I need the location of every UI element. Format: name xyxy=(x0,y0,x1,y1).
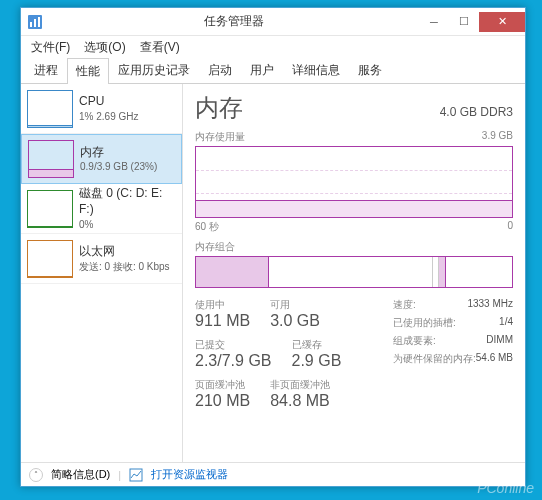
memory-usage-graph[interactable] xyxy=(195,146,513,218)
nonpaged-label: 非页面缓冲池 xyxy=(270,378,330,392)
tabbar: 进程 性能 应用历史记录 启动 用户 详细信息 服务 xyxy=(21,58,525,84)
hw-reserved-value: 54.6 MB xyxy=(476,352,513,366)
committed-label: 已提交 xyxy=(195,338,272,352)
page-title: 内存 xyxy=(195,92,243,124)
menu-view[interactable]: 查看(V) xyxy=(134,37,186,58)
memory-title: 内存 xyxy=(80,145,157,161)
slots-value: 1/4 xyxy=(499,316,513,330)
minimize-button[interactable]: ─ xyxy=(419,12,449,32)
paged-label: 页面缓冲池 xyxy=(195,378,250,392)
tab-startup[interactable]: 启动 xyxy=(199,57,241,83)
maximize-button[interactable]: ☐ xyxy=(449,12,479,32)
composition-label: 内存组合 xyxy=(195,240,235,254)
titlebar[interactable]: 任务管理器 ─ ☐ ✕ xyxy=(21,8,525,36)
tab-services[interactable]: 服务 xyxy=(349,57,391,83)
fewer-details-link[interactable]: 简略信息(D) xyxy=(51,467,110,482)
tab-history[interactable]: 应用历史记录 xyxy=(109,57,199,83)
eth-title: 以太网 xyxy=(79,244,170,260)
memory-capacity: 4.0 GB DDR3 xyxy=(440,105,513,119)
ethernet-sparkline xyxy=(27,240,73,278)
svg-rect-2 xyxy=(34,19,36,27)
available-value: 3.0 GB xyxy=(270,312,320,330)
usage-graph-label: 内存使用量 xyxy=(195,130,245,144)
tab-processes[interactable]: 进程 xyxy=(25,57,67,83)
sidebar-item-ethernet[interactable]: 以太网发送: 0 接收: 0 Kbps xyxy=(21,234,182,284)
open-resmon-link[interactable]: 打开资源监视器 xyxy=(151,467,228,482)
cached-label: 已缓存 xyxy=(292,338,342,352)
sidebar: CPU1% 2.69 GHz 内存0.9/3.9 GB (23%) 磁盘 0 (… xyxy=(21,84,183,462)
hw-reserved-label: 为硬件保留的内存: xyxy=(393,352,476,366)
main-panel: 内存 4.0 GB DDR3 内存使用量3.9 GB 60 秒0 内存组合 xyxy=(183,84,525,462)
tab-users[interactable]: 用户 xyxy=(241,57,283,83)
x-axis-right: 0 xyxy=(507,220,513,234)
sidebar-item-disk[interactable]: 磁盘 0 (C: D: E: F:)0% xyxy=(21,184,182,234)
form-label: 组成要素: xyxy=(393,334,436,348)
watermark: PConline xyxy=(477,480,534,496)
paged-value: 210 MB xyxy=(195,392,250,410)
cpu-title: CPU xyxy=(79,94,138,110)
tab-details[interactable]: 详细信息 xyxy=(283,57,349,83)
disk-title: 磁盘 0 (C: D: E: F:) xyxy=(79,186,176,217)
memory-sparkline xyxy=(28,140,74,178)
menu-file[interactable]: 文件(F) xyxy=(25,37,76,58)
committed-value: 2.3/7.9 GB xyxy=(195,352,272,370)
tab-performance[interactable]: 性能 xyxy=(67,58,109,84)
cpu-sparkline xyxy=(27,90,73,128)
speed-value: 1333 MHz xyxy=(467,298,513,312)
sidebar-item-memory[interactable]: 内存0.9/3.9 GB (23%) xyxy=(21,134,182,184)
close-button[interactable]: ✕ xyxy=(479,12,525,32)
slots-label: 已使用的插槽: xyxy=(393,316,456,330)
disk-sub: 0% xyxy=(79,218,176,231)
usage-graph-max: 3.9 GB xyxy=(482,130,513,144)
nonpaged-value: 84.8 MB xyxy=(270,392,330,410)
x-axis-left: 60 秒 xyxy=(195,220,219,234)
window-title: 任务管理器 xyxy=(49,13,419,30)
cpu-sub: 1% 2.69 GHz xyxy=(79,110,138,123)
eth-sub: 发送: 0 接收: 0 Kbps xyxy=(79,260,170,273)
available-label: 可用 xyxy=(270,298,320,312)
sidebar-item-cpu[interactable]: CPU1% 2.69 GHz xyxy=(21,84,182,134)
in-use-value: 911 MB xyxy=(195,312,250,330)
svg-rect-1 xyxy=(30,22,32,27)
task-manager-window: 任务管理器 ─ ☐ ✕ 文件(F) 选项(O) 查看(V) 进程 性能 应用历史… xyxy=(20,7,526,487)
svg-rect-3 xyxy=(38,17,40,27)
in-use-label: 使用中 xyxy=(195,298,250,312)
menu-options[interactable]: 选项(O) xyxy=(78,37,131,58)
app-icon xyxy=(27,14,43,30)
resmon-icon xyxy=(129,468,143,482)
disk-sparkline xyxy=(27,190,73,228)
speed-label: 速度: xyxy=(393,298,416,312)
menubar: 文件(F) 选项(O) 查看(V) xyxy=(21,36,525,58)
cached-value: 2.9 GB xyxy=(292,352,342,370)
memory-composition-graph[interactable] xyxy=(195,256,513,288)
memory-sub: 0.9/3.9 GB (23%) xyxy=(80,160,157,173)
form-value: DIMM xyxy=(486,334,513,348)
footer: ˄ 简略信息(D) | 打开资源监视器 xyxy=(21,462,525,486)
chevron-up-icon[interactable]: ˄ xyxy=(29,468,43,482)
